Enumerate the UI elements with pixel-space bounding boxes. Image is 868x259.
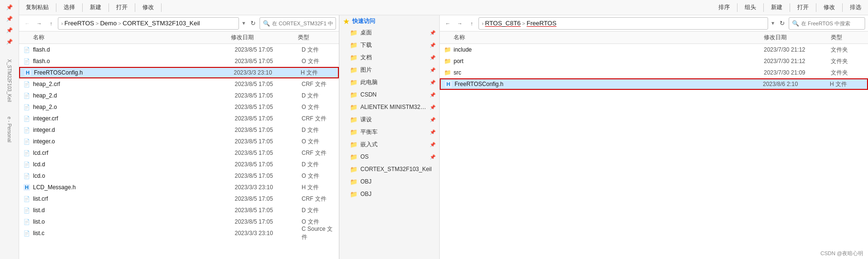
right-file-row-0[interactable]: 📁 include 2023/7/30 21:12 文件夹: [440, 44, 868, 55]
file-date-left-3: 2023/8/5 17:05: [235, 81, 302, 87]
left-col-date[interactable]: 修改日期: [231, 33, 298, 42]
left-path-box[interactable]: › FreeRTOS > Demo > CORTEX_STM32F103_Kei…: [58, 17, 239, 30]
left-path-seg-2[interactable]: Demo: [100, 20, 117, 27]
qa-item-7[interactable]: 📁 课设 📌: [339, 113, 439, 126]
left-path-seg-3[interactable]: CORTEX_STM32F103_Keil: [123, 20, 200, 27]
left-file-row-14[interactable]: 📄 list.d 2023/8/5 17:05 D 文件: [19, 205, 339, 216]
toolbar-btn-modify-left[interactable]: 修改: [139, 2, 158, 13]
pin-button-3[interactable]: 📌: [3, 25, 16, 35]
file-name-left-9: lcd.crf: [33, 150, 235, 156]
left-file-row-5[interactable]: 📄 heap_2.o 2023/8/5 17:05 O 文件: [19, 101, 339, 113]
left-file-row-2[interactable]: H FreeRTOSConfig.h 2023/3/3 23:10 H 文件: [19, 67, 339, 78]
qa-item-9[interactable]: 📁 嵌入式 📌: [339, 138, 439, 151]
left-file-row-6[interactable]: 📄 integer.crf 2023/8/5 17:05 CRF 文件: [19, 113, 339, 124]
left-col-type[interactable]: 类型: [298, 33, 331, 42]
toolbar-btn-new-left[interactable]: 新建: [86, 2, 105, 13]
left-path-sep-2: >: [118, 21, 121, 26]
qa-item-12[interactable]: 📁 OBJ: [339, 175, 439, 188]
toolbar-btn-sort-right[interactable]: 排序: [715, 2, 734, 13]
qa-item-8[interactable]: 📁 平衡车 📌: [339, 126, 439, 138]
file-type-left-15: O 文件: [302, 218, 335, 226]
right-search-box[interactable]: 🔍: [789, 17, 865, 30]
qa-item-icon-13: 📁: [350, 191, 358, 198]
left-file-row-1[interactable]: 📄 flash.o 2023/8/5 17:05 O 文件: [19, 55, 339, 67]
qa-item-4[interactable]: 📁 此电脑 📌: [339, 76, 439, 88]
left-search-input[interactable]: [272, 21, 333, 26]
left-file-row-4[interactable]: 📄 heap_2.d 2023/8/5 17:05 D 文件: [19, 90, 339, 101]
right-back-button[interactable]: ←: [443, 18, 453, 29]
pin-icon: 📌: [430, 130, 435, 135]
left-file-row-0[interactable]: 📄 flash.d 2023/8/5 17:05 D 文件: [19, 44, 339, 55]
left-file-row-9[interactable]: 📄 lcd.crf 2023/8/5 17:05 CRF 文件: [19, 147, 339, 159]
toolbar-btn-modify-right[interactable]: 修改: [820, 2, 839, 13]
right-path-seg-1[interactable]: RTOS_C8T6: [485, 20, 521, 27]
toolbar-btn-open-left[interactable]: 打开: [112, 2, 131, 13]
left-refresh-button[interactable]: ↻: [248, 18, 258, 29]
toolbar-btn-select[interactable]: 选择: [60, 2, 79, 13]
right-file-row-2[interactable]: 📁 src 2023/7/30 21:09 文件夹: [440, 67, 868, 78]
qa-item-1[interactable]: 📁 下载 📌: [339, 39, 439, 51]
pin-button-4[interactable]: 📌: [3, 36, 16, 47]
two-pane-area: ← → ↑ › FreeRTOS > Demo > CORTEX_STM32F1…: [19, 15, 868, 259]
right-path-box[interactable]: › RTOS_C8T6 > FreeRTOS: [478, 17, 768, 30]
pin-button-2[interactable]: 📌: [3, 13, 16, 24]
left-file-row-8[interactable]: 📄 integer.o 2023/8/5 17:05 O 文件: [19, 136, 339, 147]
qa-item-icon-7: 📁: [350, 116, 358, 123]
toolbar-btn-group-right[interactable]: 组头: [741, 2, 760, 13]
left-forward-button[interactable]: →: [34, 18, 44, 29]
file-date-left-9: 2023/8/5 17:05: [235, 150, 302, 156]
toolbar-btn-copy[interactable]: 复制粘贴: [22, 2, 53, 13]
right-path-seg-2[interactable]: FreeRTOS: [527, 20, 556, 27]
right-forward-button[interactable]: →: [455, 18, 465, 29]
left-file-row-12[interactable]: H LCD_Message.h 2023/3/3 23:10 H 文件: [19, 182, 339, 193]
left-path-dropdown[interactable]: ▼: [241, 21, 246, 26]
left-back-button[interactable]: ←: [22, 18, 33, 29]
pin-button-1[interactable]: 📌: [3, 2, 16, 12]
left-file-row-16[interactable]: 📄 list.c 2023/3/3 23:10 C Source 文件: [19, 227, 339, 239]
left-file-row-10[interactable]: 📄 lcd.d 2023/8/5 17:05 D 文件: [19, 159, 339, 170]
quick-access-header[interactable]: ★ 快速访问: [339, 15, 439, 26]
qa-item-6[interactable]: 📁 ALIENTEK MINISTM32 实验1跑 📌: [339, 101, 439, 113]
file-date-left-1: 2023/8/5 17:05: [235, 58, 302, 65]
left-file-row-7[interactable]: 📄 integer.d 2023/8/5 17:05 D 文件: [19, 124, 339, 136]
left-address-bar: ← → ↑ › FreeRTOS > Demo > CORTEX_STM32F1…: [19, 15, 339, 32]
toolbar-btn-open-right[interactable]: 打开: [793, 2, 813, 13]
qa-item-0[interactable]: 📁 桌面 📌: [339, 26, 439, 39]
right-refresh-button[interactable]: ↻: [777, 18, 787, 29]
watermark: CSDN @夜暗心明: [821, 250, 863, 257]
qa-item-13[interactable]: 📁 OBJ: [339, 188, 439, 200]
right-col-name[interactable]: 名称: [454, 33, 764, 42]
left-path-seg-1[interactable]: FreeRTOS: [65, 20, 94, 27]
left-file-list: 📄 flash.d 2023/8/5 17:05 D 文件 📄 flash.o …: [19, 44, 339, 259]
file-name-left-5: heap_2.o: [33, 104, 235, 110]
qa-item-text-11: CORTEX_STM32F103_Keil: [360, 166, 435, 173]
right-file-row-3[interactable]: H FreeRTOSConfig.h 2023/8/6 2:10 H 文件: [440, 78, 868, 90]
qa-item-10[interactable]: 📁 OS 📌: [339, 151, 439, 163]
qa-item-2[interactable]: 📁 文档 📌: [339, 51, 439, 64]
qa-item-5[interactable]: 📁 CSDN 📌: [339, 88, 439, 101]
right-search-input[interactable]: [801, 21, 862, 26]
left-file-row-3[interactable]: 📄 heap_2.crf 2023/8/5 17:05 CRF 文件: [19, 78, 339, 90]
qa-item-3[interactable]: 📁 图片 📌: [339, 64, 439, 76]
qa-item-text-3: 图片: [360, 66, 427, 74]
left-col-name[interactable]: 名称: [33, 33, 231, 42]
left-sidebar-second-label: e - Personal: [6, 115, 13, 144]
toolbar-btn-new-right[interactable]: 新建: [767, 2, 786, 13]
left-file-row-13[interactable]: 📄 list.crf 2023/8/5 17:05 CRF 文件: [19, 193, 339, 205]
right-up-button[interactable]: ↑: [467, 18, 477, 29]
right-path-dropdown[interactable]: ▼: [770, 21, 775, 26]
right-col-type[interactable]: 类型: [831, 33, 864, 42]
left-search-box[interactable]: 🔍: [260, 17, 336, 30]
right-col-date[interactable]: 修改日期: [764, 33, 831, 42]
left-up-button[interactable]: ↑: [46, 18, 56, 29]
toolbar-btn-filter-right[interactable]: 排选: [846, 2, 865, 13]
toolbar-sep-1: [56, 3, 56, 12]
left-file-row-11[interactable]: 📄 lcd.o 2023/8/5 17:05 O 文件: [19, 170, 339, 182]
file-type-left-7: D 文件: [302, 126, 335, 134]
file-date-left-2: 2023/3/3 23:10: [234, 69, 301, 76]
qa-item-icon-2: 📁: [350, 54, 358, 61]
right-file-row-1[interactable]: 📁 port 2023/7/30 21:12 文件夹: [440, 55, 868, 67]
qa-item-11[interactable]: 📁 CORTEX_STM32F103_Keil: [339, 163, 439, 175]
qa-item-text-12: OBJ: [360, 178, 435, 185]
left-file-row-15[interactable]: 📄 list.o 2023/8/5 17:05 O 文件: [19, 216, 339, 227]
